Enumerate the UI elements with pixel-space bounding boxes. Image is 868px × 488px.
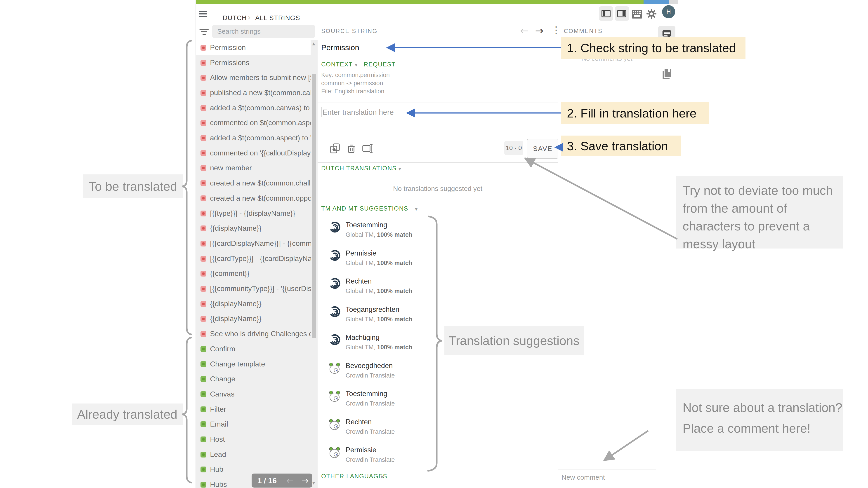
- string-row[interactable]: Permissions: [196, 55, 311, 70]
- scrollbar-thumb[interactable]: [312, 74, 316, 338]
- scroll-down-icon[interactable]: ▼: [312, 481, 315, 485]
- status-icon: [200, 135, 206, 141]
- next-page-icon[interactable]: →: [302, 476, 308, 485]
- string-row[interactable]: created a new $t(common.opportunity): [196, 191, 311, 206]
- string-row[interactable]: added a $t(common.canvas) to '{{pare…: [196, 100, 311, 116]
- crowdin-translate-icon: [329, 362, 341, 375]
- annotation-step3: 3. Save translation: [561, 135, 681, 156]
- string-row[interactable]: Change template: [196, 357, 311, 372]
- copy-source-icon[interactable]: [330, 143, 340, 154]
- string-row[interactable]: created a new $t(common.challenge): [196, 175, 311, 191]
- annotation-comment-note: Not sure about a translation? Place a co…: [676, 389, 843, 451]
- global-tm-icon: [329, 334, 341, 346]
- suggestion-source: Global TM, 100% match: [346, 260, 412, 267]
- string-path: common -> permission: [321, 80, 383, 87]
- string-row[interactable]: Lead: [196, 447, 311, 462]
- status-icon: [200, 120, 206, 126]
- status-icon: [200, 376, 206, 382]
- string-row[interactable]: Confirm: [196, 341, 311, 357]
- context-tab[interactable]: CONTEXT: [321, 61, 353, 68]
- string-row[interactable]: [{{cardType}}] - {{cardDisplayName}}: [196, 251, 311, 266]
- comments-panel: COMMENTS No comments yet: [558, 24, 656, 488]
- string-row[interactable]: Canvas: [196, 387, 311, 402]
- string-row[interactable]: See who is driving Challenges on Alke…: [196, 326, 311, 341]
- gear-icon[interactable]: [646, 8, 657, 19]
- string-row[interactable]: [{{cardDisplayName}}] - {{comment}}: [196, 236, 311, 251]
- string-row[interactable]: {{displayName}}: [196, 296, 311, 311]
- brace-untranslated: [182, 41, 191, 334]
- strings-list-panel: Permission Permissions Allow members to …: [196, 24, 318, 488]
- status-icon: [200, 105, 206, 111]
- string-row[interactable]: {{displayName}}: [196, 221, 311, 236]
- string-label: Host: [210, 435, 225, 444]
- string-row[interactable]: Permission: [196, 40, 311, 55]
- dictionary-icon[interactable]: [661, 68, 673, 80]
- suggestion-row[interactable]: PermissieGlobal TM, 100% match: [318, 249, 544, 274]
- suggestion-row[interactable]: ToestemmingGlobal TM, 100% match: [318, 221, 544, 246]
- previous-string-icon[interactable]: ←: [520, 25, 528, 36]
- dutch-translations-header[interactable]: DUTCH TRANSLATIONS: [321, 165, 397, 172]
- string-label: {{displayName}}: [210, 224, 261, 232]
- file-link[interactable]: English translation: [335, 88, 384, 95]
- tm-mt-suggestions-header[interactable]: TM AND MT SUGGESTIONS: [321, 205, 408, 212]
- string-row[interactable]: published a new $t(common.callout): [196, 85, 311, 100]
- string-row[interactable]: Change: [196, 371, 311, 387]
- suggestion-row[interactable]: RechtenGlobal TM, 100% match: [318, 277, 544, 302]
- string-row[interactable]: new member: [196, 160, 311, 175]
- status-icon: [200, 316, 206, 322]
- string-row[interactable]: commented on $t(common.aspect) '{{c…: [196, 115, 311, 130]
- string-row[interactable]: added a $t(common.aspect) to '{{callo…: [196, 130, 311, 145]
- filter-icon[interactable]: [199, 28, 209, 36]
- new-comment-input[interactable]: [561, 473, 652, 482]
- string-row[interactable]: Allow members to submit new [$t(com…: [196, 70, 311, 85]
- request-tab[interactable]: REQUEST: [364, 61, 396, 68]
- search-input[interactable]: [212, 25, 315, 38]
- suggestion-row[interactable]: PermissieCrowdin Translate: [318, 446, 544, 471]
- breadcrumb-section[interactable]: ALL STRINGS: [255, 14, 300, 22]
- toggle-right-panel-button[interactable]: [615, 6, 629, 21]
- string-row[interactable]: Host: [196, 432, 311, 447]
- string-row[interactable]: Email: [196, 417, 311, 432]
- crowdin-editor-window: DUTCH › ALL STRINGS: [195, 0, 678, 488]
- select-text-icon[interactable]: [362, 143, 373, 154]
- global-tm-icon: [329, 306, 341, 318]
- other-languages-header[interactable]: OTHER LANGUAGES: [321, 473, 388, 480]
- status-icon: [200, 210, 206, 217]
- status-icon: [200, 331, 206, 337]
- translation-input[interactable]: Enter translation here: [321, 107, 554, 134]
- string-label: commented on $t(common.aspect) '{{c…: [210, 119, 311, 127]
- string-label: [{{cardType}}] - {{cardDisplayName}}: [210, 254, 311, 263]
- string-row[interactable]: commented on '{{calloutDisplayName}}': [196, 145, 311, 161]
- delete-translation-icon[interactable]: [346, 143, 356, 154]
- crowdin-translate-icon: [329, 390, 341, 402]
- next-string-icon[interactable]: →: [535, 25, 544, 36]
- string-row[interactable]: {{displayName}}: [196, 311, 311, 326]
- suggestion-text: Toestemming: [346, 221, 387, 229]
- string-label: Allow members to submit new [$t(com…: [210, 73, 311, 82]
- suggestion-row[interactable]: BevoegdhedenCrowdin Translate: [318, 362, 544, 387]
- keyboard-shortcuts-icon[interactable]: [632, 10, 642, 19]
- avatar[interactable]: H: [662, 5, 675, 18]
- status-icon: [200, 271, 206, 276]
- string-label: published a new $t(common.callout): [210, 89, 311, 97]
- scroll-up-icon[interactable]: ▲: [312, 41, 315, 46]
- progress-bar-approved: [644, 0, 669, 4]
- save-button[interactable]: SAVE: [527, 139, 559, 159]
- suggestion-row[interactable]: RechtenCrowdin Translate: [318, 418, 544, 443]
- menu-icon[interactable]: [199, 10, 207, 18]
- string-row[interactable]: [{{communityType}}] - '{{userDisplayNa…: [196, 281, 311, 296]
- string-row[interactable]: {{comment}}: [196, 266, 311, 281]
- breadcrumb-project[interactable]: DUTCH: [223, 14, 247, 22]
- suggestion-row[interactable]: ToestemmingCrowdin Translate: [318, 390, 544, 415]
- string-label: created a new $t(common.challenge): [210, 179, 311, 187]
- counter-value: 10 · 0: [506, 144, 522, 152]
- toggle-left-panel-button[interactable]: [599, 6, 613, 21]
- suggestion-source: Crowdin Translate: [346, 400, 395, 407]
- string-row[interactable]: Filter: [196, 402, 311, 417]
- status-icon: [200, 256, 206, 262]
- string-label: created a new $t(common.opportunity): [210, 194, 311, 202]
- string-label: [{{cardDisplayName}}] - {{comment}}: [210, 239, 311, 248]
- string-row[interactable]: [{{type}}] - {{displayName}}: [196, 206, 311, 221]
- prev-page-icon[interactable]: ←: [287, 476, 293, 485]
- string-label: {{comment}}: [210, 269, 249, 278]
